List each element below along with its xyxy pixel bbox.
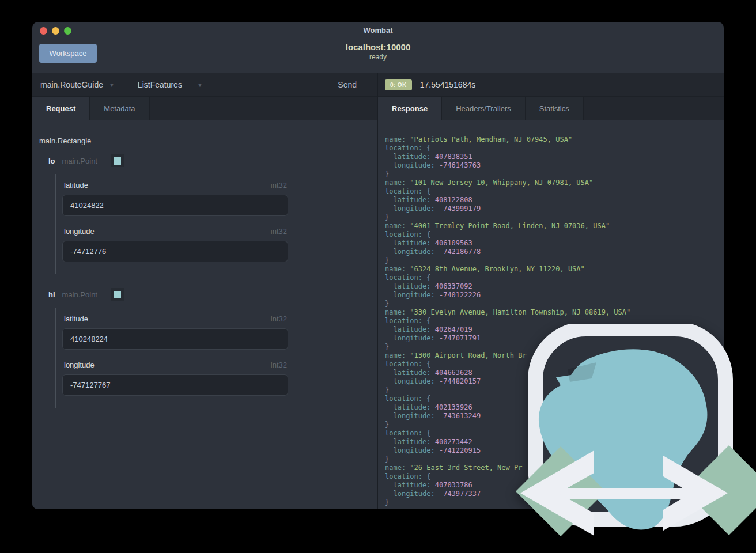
field-children: latitude int32 longitude int32 xyxy=(55,174,288,274)
response-line: latitude: 406109563 xyxy=(385,239,724,248)
hi-latitude-input[interactable] xyxy=(62,328,288,350)
response-line: } xyxy=(385,455,724,464)
response-line: name: "1300 Airport Road, North Br xyxy=(385,351,724,360)
app-header: Workspace localhost:10000 ready xyxy=(32,39,724,73)
field-type-label: main.Point xyxy=(62,157,97,165)
message-type-label: main.Rectangle xyxy=(39,137,368,145)
response-line: longitude: -746143763 xyxy=(385,161,724,170)
tab-statistics[interactable]: Statistics xyxy=(526,97,584,120)
longitude-field: longitude int32 xyxy=(62,227,288,272)
service-selector[interactable]: main.RouteGuide ▼ xyxy=(40,80,115,89)
call-duration: 17.554151684s xyxy=(420,80,476,89)
response-line: latitude: 402133926 xyxy=(385,403,724,412)
response-line: } xyxy=(385,343,724,351)
field-label: longitude xyxy=(64,361,94,369)
checkbox-fill xyxy=(114,291,121,298)
field-group-lo: lo main.Point latitude int32 xyxy=(39,154,368,274)
title-bar: Wombat xyxy=(32,22,724,39)
response-tab-bar: Response Headers/Trailers Statistics xyxy=(378,97,724,120)
field-children: latitude int32 longitude int32 xyxy=(55,308,288,408)
field-label: latitude xyxy=(64,315,88,323)
hi-enabled-checkbox[interactable] xyxy=(111,288,124,301)
field-type-badge: int32 xyxy=(271,361,287,369)
response-line: latitude: 407033786 xyxy=(385,481,724,490)
response-line: longitude: -743977337 xyxy=(385,490,724,498)
response-line: longitude: -741220915 xyxy=(385,446,724,455)
response-line: longitude: -744820157 xyxy=(385,377,724,386)
response-line: } xyxy=(385,300,724,308)
response-line: latitude: 407838351 xyxy=(385,153,724,161)
response-line: latitude: 402647019 xyxy=(385,325,724,334)
response-line: name: "26 East 3rd Street, New Pr xyxy=(385,464,724,472)
field-name-label: lo xyxy=(48,157,55,165)
response-line: location: { xyxy=(385,230,724,239)
latitude-field: latitude int32 xyxy=(62,181,288,226)
response-line: location: { xyxy=(385,317,724,325)
response-line: latitude: 406337092 xyxy=(385,282,724,291)
field-type-badge: int32 xyxy=(271,181,287,190)
field-type-label: main.Point xyxy=(62,290,97,299)
response-line: location: { xyxy=(385,395,724,403)
response-line: } xyxy=(385,421,724,429)
chevron-down-icon: ▼ xyxy=(109,82,115,88)
request-form: main.Rectangle lo main.Point latitude in… xyxy=(32,120,377,509)
response-line: latitude: 400273442 xyxy=(385,438,724,446)
response-line: location: { xyxy=(385,144,724,153)
response-line: } xyxy=(385,256,724,265)
response-line: latitude: 404663628 xyxy=(385,369,724,377)
request-toolbar: main.RouteGuide ▼ ListFeatures ▼ Send xyxy=(32,73,377,97)
response-line: name: "4001 Tremley Point Road, Linden, … xyxy=(385,222,724,230)
response-line: longitude: -747071791 xyxy=(385,334,724,343)
request-pane: main.RouteGuide ▼ ListFeatures ▼ Send Re… xyxy=(32,73,377,509)
field-type-badge: int32 xyxy=(271,227,287,236)
response-line: longitude: -742186778 xyxy=(385,248,724,256)
server-address: localhost:10000 xyxy=(32,42,724,52)
window-title: Wombat xyxy=(32,26,724,35)
lo-latitude-input[interactable] xyxy=(62,195,288,216)
response-line: latitude: 408122808 xyxy=(385,196,724,204)
chevron-down-icon: ▼ xyxy=(197,82,203,88)
response-line: longitude: -743613249 xyxy=(385,412,724,421)
checkbox-fill xyxy=(114,157,121,165)
app-window: Wombat Workspace localhost:10000 ready m… xyxy=(32,22,724,509)
field-type-badge: int32 xyxy=(271,315,287,323)
response-line: } xyxy=(385,170,724,179)
lo-longitude-input[interactable] xyxy=(62,241,288,262)
response-line: } xyxy=(385,498,724,507)
response-line: } xyxy=(385,386,724,395)
response-line: name: "6324 8th Avenue, Brooklyn, NY 112… xyxy=(385,265,724,274)
tab-headers-trailers[interactable]: Headers/Trailers xyxy=(442,97,526,120)
field-group-hi: hi main.Point latitude int32 xyxy=(39,288,368,408)
response-line: name: "330 Evelyn Avenue, Hamilton Towns… xyxy=(385,308,724,317)
response-line: location: { xyxy=(385,360,724,369)
response-line: location: { xyxy=(385,274,724,282)
response-line: longitude: -740122226 xyxy=(385,291,724,300)
latitude-field: latitude int32 xyxy=(62,315,288,359)
send-button[interactable]: Send xyxy=(338,80,357,89)
server-status: ready xyxy=(32,53,724,61)
response-line: location: { xyxy=(385,429,724,438)
tab-bar-filler xyxy=(150,97,378,120)
tab-response[interactable]: Response xyxy=(378,97,442,120)
response-pane: 0: OK 17.554151684s Response Headers/Tra… xyxy=(377,73,724,509)
field-name-label: hi xyxy=(48,290,55,299)
request-tab-bar: Request Metadata xyxy=(32,97,377,120)
tab-bar-filler xyxy=(584,97,724,120)
method-selector[interactable]: ListFeatures ▼ xyxy=(138,80,203,89)
response-stream[interactable]: name: "Patriots Path, Mendham, NJ 07945,… xyxy=(378,120,724,509)
response-line: name: "101 New Jersey 10, Whippany, NJ 0… xyxy=(385,179,724,187)
response-status-bar: 0: OK 17.554151684s xyxy=(378,73,724,97)
field-label: longitude xyxy=(64,227,94,236)
status-code-badge: 0: OK xyxy=(385,79,412,90)
tab-request[interactable]: Request xyxy=(32,97,90,120)
response-line: name: "Patriots Path, Mendham, NJ 07945,… xyxy=(385,135,724,144)
response-line: longitude: -743999179 xyxy=(385,204,724,213)
tab-metadata[interactable]: Metadata xyxy=(90,97,149,120)
response-line: location: { xyxy=(385,187,724,196)
hi-longitude-input[interactable] xyxy=(62,374,288,396)
response-line: } xyxy=(385,213,724,222)
longitude-field: longitude int32 xyxy=(62,361,288,406)
response-line: location: { xyxy=(385,472,724,481)
service-selector-label: main.RouteGuide xyxy=(40,80,103,89)
lo-enabled-checkbox[interactable] xyxy=(111,154,124,167)
